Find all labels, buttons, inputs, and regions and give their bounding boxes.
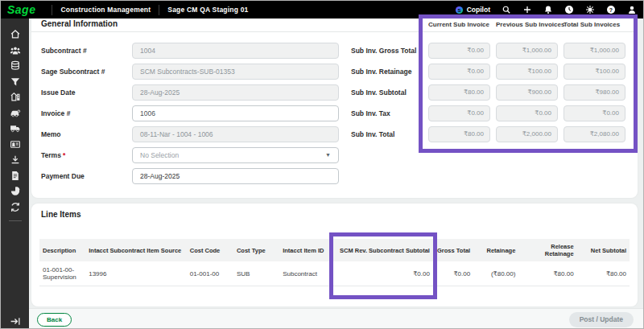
cell-gross-total: ₹0.00 [433,261,473,286]
cell-net-subtotal: ₹80.00 [577,261,630,286]
help-icon[interactable]: ? [606,5,616,14]
import-icon[interactable] [10,154,21,165]
add-icon[interactable] [522,5,532,14]
svg-text:S: S [457,7,460,12]
cell-intacct-item-source: 13996 [85,261,187,286]
retainage-label: Sub Inv. Retainage [351,64,411,80]
chevron-down-icon: ▼ [325,148,331,162]
sage-logo[interactable]: Sage [7,3,35,16]
id-card-icon[interactable] [10,139,21,150]
app-window: Sage Construction Management Sage CM QA … [0,0,644,329]
terms-label: Terms* [41,147,134,163]
settings-icon[interactable] [585,5,595,14]
tax-label: Sub Inv. Tax [351,105,390,121]
payment-due-label: Payment Due [41,168,134,184]
gross-total-label: Sub Inv. Gross Total [351,43,416,59]
equipment-icon[interactable] [10,108,21,118]
cell-cost-code: 01-001-00 [187,261,233,286]
people-icon[interactable] [10,45,21,56]
col-cost-code: Cost Code [187,239,233,261]
database-icon[interactable] [10,60,21,71]
copilot-icon: S [455,6,464,14]
col-intacct-item-source: Intacct Subcontract Item Source [85,239,187,261]
filter-icon[interactable] [10,76,21,87]
svg-text:?: ? [609,7,613,13]
topbar-divider [52,5,52,15]
highlight-box-sub-invoice-summary [419,14,638,153]
invoice-icon[interactable] [10,171,21,181]
cell-release-retainage: ₹80.00 [518,261,576,286]
home-icon[interactable] [10,29,21,39]
copilot-label: Copilot [467,6,490,14]
required-marker: * [63,151,65,159]
footer-action-bar: Back Post / Update [29,308,644,329]
truck-icon[interactable] [10,123,21,134]
expand-sidebar-icon[interactable] [10,316,21,327]
environment-title: Sage CM QA Staging 01 [167,6,248,14]
line-items-title: Line Items [41,210,80,219]
general-information-title: General Information [41,19,118,28]
copilot-button[interactable]: S Copilot [455,6,490,14]
col-retainage: Retainage [473,239,518,261]
back-button[interactable]: Back [37,313,72,327]
cell-cost-type: SUB [233,261,279,286]
notifications-icon[interactable] [543,5,553,14]
col-net-subtotal: Net Subtotal [577,239,630,261]
property-icon[interactable] [10,92,21,102]
sync-icon[interactable] [10,202,21,212]
total-label: Sub Inv. Total [351,126,394,142]
col-cost-type: Cost Type [233,239,279,261]
post-update-button[interactable]: Post / Update [569,312,634,327]
col-description: Description [39,239,85,261]
search-icon[interactable] [502,5,511,14]
user-profile-icon[interactable] [627,5,637,14]
left-sidebar [1,19,29,329]
highlight-box-scm-rev-subtotal [329,232,437,299]
cell-intacct-item-id: Subcontract [279,261,336,286]
cell-retainage: (₹80.00) [473,261,518,286]
app-title: Construction Management [60,6,151,14]
history-icon[interactable] [564,5,574,14]
col-intacct-item-id: Intacct Item ID [279,239,336,261]
topbar-divider [159,5,159,15]
subtotal-label: Sub Inv. Subtotal [351,84,407,101]
col-gross-total: Gross Total [433,239,473,261]
reports-icon[interactable] [10,186,21,196]
sidebar-divider [9,220,22,221]
cell-description: 01-001-00-Supervision [39,261,85,286]
terms-select[interactable]: No Selection ▼ [132,147,339,163]
payment-due-field[interactable]: 28-Aug-2025 [132,168,339,184]
col-release-retainage: Release Retainage [518,239,576,261]
